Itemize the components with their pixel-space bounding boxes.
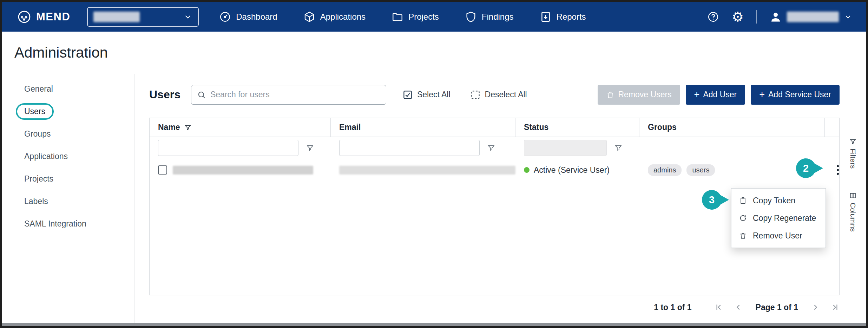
- name-filter-input[interactable]: [158, 140, 298, 156]
- annotation-step-3: 3: [702, 190, 722, 210]
- user-menu[interactable]: [769, 11, 852, 23]
- username-redacted: [787, 12, 839, 22]
- sidebar-item-general[interactable]: General: [2, 78, 134, 100]
- page-title: Administration: [14, 44, 108, 61]
- filter-funnel-icon[interactable]: [487, 144, 495, 152]
- user-email-redacted: [339, 166, 515, 175]
- last-page-icon[interactable]: [830, 303, 840, 312]
- dashboard-icon: [219, 11, 231, 23]
- first-page-icon[interactable]: [714, 303, 723, 312]
- plus-icon: +: [694, 90, 700, 99]
- pagination-range: 1 to 1 of 1: [654, 303, 691, 312]
- pagination-page: Page 1 of 1: [756, 303, 798, 312]
- nav-item-projects[interactable]: Projects: [392, 11, 439, 23]
- mend-logo[interactable]: MEND: [17, 10, 70, 24]
- nav-label: Findings: [482, 12, 514, 22]
- nav-divider: [756, 10, 757, 24]
- filter-funnel-icon[interactable]: [306, 144, 314, 152]
- select-all-button[interactable]: Select All: [402, 90, 451, 100]
- chevron-down-icon: [844, 13, 852, 21]
- status-active-dot: [524, 167, 530, 173]
- page-header: Administration: [2, 32, 866, 74]
- row-actions-context-menu: Copy Token Copy Regenerate: [731, 188, 826, 248]
- filter-funnel-icon[interactable]: [614, 144, 622, 152]
- users-heading: Users: [149, 88, 180, 101]
- regenerate-icon: [739, 214, 747, 222]
- table-side-panel-tabs: Filters Columns: [840, 118, 866, 295]
- table-filter-row: [150, 137, 839, 159]
- user-search: [191, 85, 386, 105]
- column-header-groups[interactable]: Groups: [639, 118, 825, 137]
- group-chip: admins: [648, 164, 682, 176]
- checkbox-checked-icon: [402, 90, 413, 100]
- remove-users-button[interactable]: Remove Users: [598, 85, 680, 105]
- sidebar-item-users[interactable]: Users: [2, 100, 134, 123]
- users-toolbar: Users Select All: [149, 85, 840, 105]
- search-icon: [197, 90, 206, 99]
- projects-folder-icon: [392, 11, 403, 23]
- primary-navigation: Dashboard Applications Projects: [219, 11, 586, 23]
- gear-icon[interactable]: ⚙: [732, 10, 744, 24]
- add-user-button[interactable]: + Add User: [686, 85, 745, 105]
- sidebar-item-applications[interactable]: Applications: [2, 145, 134, 168]
- clipboard-icon: [739, 197, 747, 204]
- prev-page-icon[interactable]: [734, 303, 743, 312]
- filter-funnel-icon: [849, 138, 856, 145]
- dashed-square-icon: [470, 90, 481, 100]
- menu-item-copy-token[interactable]: Copy Token: [731, 192, 826, 209]
- next-page-icon[interactable]: [811, 303, 820, 312]
- add-service-user-button[interactable]: + Add Service User: [751, 85, 840, 105]
- column-header-email[interactable]: Email: [331, 118, 515, 137]
- user-name-redacted: [173, 166, 313, 175]
- group-chip: users: [686, 164, 715, 176]
- status-filter-input[interactable]: [524, 140, 607, 156]
- email-filter-input[interactable]: [339, 140, 480, 156]
- users-selected-highlight: Users: [16, 103, 54, 120]
- avatar-icon: [769, 11, 782, 23]
- row-checkbox[interactable]: [158, 165, 167, 175]
- trash-icon: [739, 232, 747, 240]
- screenshot-frame: MEND Dashboard: [0, 0, 868, 328]
- nav-item-reports[interactable]: Reports: [540, 11, 586, 23]
- nav-label: Reports: [557, 12, 586, 22]
- plus-icon: +: [759, 90, 765, 99]
- nav-item-applications[interactable]: Applications: [303, 11, 366, 23]
- deselect-all-button[interactable]: Deselect All: [470, 90, 527, 100]
- menu-item-copy-regenerate[interactable]: Copy Regenerate: [731, 209, 826, 227]
- applications-icon: [303, 11, 315, 23]
- reports-icon: [540, 11, 552, 23]
- nav-item-findings[interactable]: Findings: [465, 11, 514, 23]
- user-table-row: Active (Service User) admins users: [150, 159, 839, 181]
- annotation-step-2: 2: [796, 158, 816, 178]
- mend-logo-icon: [17, 10, 31, 24]
- window-bottom-edge: [2, 323, 866, 326]
- sidebar-item-groups[interactable]: Groups: [2, 123, 134, 145]
- help-icon[interactable]: [707, 11, 719, 23]
- filter-funnel-icon[interactable]: [184, 124, 191, 131]
- users-panel: Users Select All: [134, 74, 866, 323]
- column-header-status[interactable]: Status: [515, 118, 639, 137]
- findings-shield-icon: [465, 11, 477, 23]
- nav-item-dashboard[interactable]: Dashboard: [219, 11, 277, 23]
- brand-name: MEND: [36, 11, 70, 23]
- sidebar-item-saml-integration[interactable]: SAML Integration: [2, 212, 134, 235]
- nav-label: Applications: [320, 12, 366, 22]
- sidebar-item-labels[interactable]: Labels: [2, 190, 134, 212]
- nav-label: Projects: [408, 12, 439, 22]
- organization-name-redacted: [93, 12, 140, 22]
- sidebar-item-projects[interactable]: Projects: [2, 168, 134, 190]
- columns-icon: [849, 192, 856, 199]
- nav-label: Dashboard: [236, 12, 277, 22]
- top-navigation-bar: MEND Dashboard: [2, 2, 866, 32]
- filters-tab[interactable]: Filters: [849, 138, 857, 169]
- trash-icon: [606, 91, 614, 99]
- column-header-name[interactable]: Name: [150, 118, 331, 137]
- menu-item-remove-user[interactable]: Remove User: [731, 227, 826, 244]
- pagination: 1 to 1 of 1 Page 1 of 1: [654, 300, 840, 314]
- admin-sidebar: General Users Groups Applications Projec…: [2, 74, 134, 323]
- search-input[interactable]: [210, 90, 380, 99]
- columns-tab[interactable]: Columns: [849, 192, 857, 232]
- admin-body: General Users Groups Applications Projec…: [2, 74, 866, 323]
- organization-selector[interactable]: [87, 7, 199, 27]
- status-label: Active (Service User): [534, 165, 610, 175]
